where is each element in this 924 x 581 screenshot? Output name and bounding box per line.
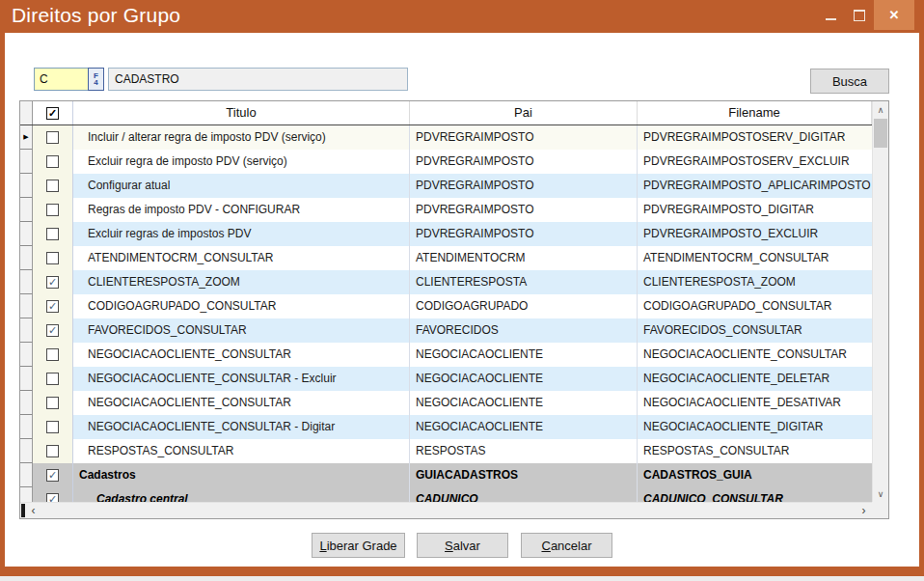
row-checkbox-cell[interactable] — [33, 343, 73, 367]
horizontal-scrollbar-thumb[interactable] — [21, 504, 25, 517]
window-controls: ✕ — [816, 0, 914, 30]
row-checkbox-cell[interactable] — [33, 391, 73, 415]
close-icon: ✕ — [889, 9, 900, 21]
cancelar-button[interactable]: Cancelar — [521, 533, 612, 558]
cell-filename: FAVORECIDOS_CONSULTAR — [638, 318, 872, 343]
row-indicator-cell — [20, 174, 33, 198]
rights-grid: Titulo Pai Filename Incluir / alterar re… — [19, 100, 889, 519]
salvar-button[interactable]: Salvar — [417, 533, 508, 558]
row-main: Incluir / alterar regra de imposto PDV (… — [33, 125, 872, 150]
row-checkbox[interactable] — [46, 228, 59, 240]
table-row[interactable]: Excluir regras de impostos PDV PDVREGRAI… — [20, 222, 872, 246]
row-checkbox-cell[interactable] — [33, 415, 73, 439]
row-checkbox-cell[interactable] — [33, 174, 73, 198]
cell-titulo: CODIGOAGRUPADO_CONSULTAR — [73, 294, 410, 318]
row-checkbox-cell[interactable] — [33, 222, 73, 246]
row-checkbox-cell[interactable] — [33, 463, 73, 487]
cell-titulo: CLIENTERESPOSTA_ZOOM — [73, 270, 410, 294]
scroll-right-arrow-icon[interactable] — [856, 503, 871, 518]
table-row[interactable]: Cadastros GUIACADASTROS CADASTROS_GUIA — [20, 463, 872, 487]
horizontal-scrollbar[interactable] — [20, 502, 872, 518]
table-row[interactable]: NEGOCIACAOCLIENTE_CONSULTAR NEGOCIACAOCL… — [20, 343, 872, 367]
cell-titulo: NEGOCIACAOCLIENTE_CONSULTAR - Digitar — [73, 415, 410, 439]
row-checkbox-cell[interactable] — [33, 270, 73, 294]
row-checkbox-cell[interactable] — [33, 294, 73, 318]
row-checkbox-cell[interactable] — [33, 125, 73, 150]
app-window: Direitos por Grupo ✕ F 4 Busc — [0, 0, 924, 576]
scroll-left-arrow-icon[interactable] — [26, 503, 41, 518]
row-checkbox[interactable] — [46, 204, 59, 216]
cell-pai: NEGOCIACAOCLIENTE — [410, 415, 638, 439]
row-indicator-cell — [20, 294, 33, 318]
cell-pai: ATENDIMENTOCRM — [410, 246, 638, 270]
column-header-filename[interactable]: Filename — [638, 101, 872, 124]
vertical-scrollbar-thumb[interactable] — [874, 119, 887, 148]
table-row[interactable]: RESPOSTAS_CONSULTAR RESPOSTAS RESPOSTAS_… — [20, 439, 872, 463]
row-checkbox-cell[interactable] — [33, 246, 73, 270]
table-row[interactable]: Excluir regra de imposto PDV (serviço) P… — [20, 150, 872, 174]
row-checkbox[interactable] — [46, 252, 59, 264]
row-checkbox-cell[interactable] — [33, 487, 73, 502]
column-header-pai[interactable]: Pai — [410, 101, 638, 124]
f4-lookup-button[interactable]: F 4 — [88, 68, 104, 91]
select-all-checkbox[interactable] — [46, 107, 59, 120]
scroll-down-arrow-icon[interactable] — [873, 485, 888, 502]
group-code-input[interactable] — [34, 68, 89, 91]
row-checkbox-cell[interactable] — [33, 439, 73, 463]
table-row[interactable]: Regras de imposto PDV - CONFIGURAR PDVRE… — [20, 198, 872, 222]
column-header-titulo[interactable]: Titulo — [73, 101, 410, 124]
cell-titulo: RESPOSTAS_CONSULTAR — [73, 439, 410, 463]
f4-label-bottom: 4 — [94, 79, 97, 87]
row-checkbox[interactable] — [46, 445, 59, 457]
table-row[interactable]: NEGOCIACAOCLIENTE_CONSULTAR - Excluir NE… — [20, 367, 872, 391]
cell-filename: PDVREGRAIMPOSTO_APLICARIMPOSTO — [638, 174, 872, 198]
row-checkbox[interactable] — [46, 180, 59, 192]
maximize-button[interactable] — [845, 0, 874, 30]
row-checkbox-cell[interactable] — [33, 318, 73, 343]
row-checkbox[interactable] — [46, 276, 59, 289]
row-main: Cadastros GUIACADASTROS CADASTROS_GUIA — [33, 463, 872, 487]
table-row[interactable]: NEGOCIACAOCLIENTE_CONSULTAR - Digitar NE… — [20, 415, 872, 439]
row-checkbox[interactable] — [46, 397, 59, 409]
row-checkbox[interactable] — [46, 300, 59, 313]
row-checkbox-cell[interactable] — [33, 367, 73, 391]
liberar-grade-button[interactable]: Liberar Grade — [312, 533, 405, 558]
row-checkbox[interactable] — [46, 348, 59, 361]
current-row-arrow-icon — [23, 133, 28, 141]
row-checkbox[interactable] — [46, 324, 59, 337]
cell-pai: PDVREGRAIMPOSTO — [410, 174, 638, 198]
close-button[interactable]: ✕ — [874, 0, 914, 30]
table-row[interactable]: Cadastro central CADUNICO CADUNICO_CONSU… — [20, 487, 872, 502]
scroll-up-arrow-icon[interactable] — [873, 101, 888, 118]
row-checkbox[interactable] — [46, 469, 59, 482]
row-checkbox[interactable] — [46, 155, 59, 168]
table-row[interactable]: FAVORECIDOS_CONSULTAR FAVORECIDOS FAVORE… — [20, 318, 872, 343]
table-row[interactable]: Configurar atual PDVREGRAIMPOSTO PDVREGR… — [20, 174, 872, 198]
vertical-scrollbar[interactable] — [872, 101, 888, 502]
cell-titulo: NEGOCIACAOCLIENTE_CONSULTAR — [73, 391, 410, 415]
cell-pai: NEGOCIACAOCLIENTE — [410, 343, 638, 367]
cell-filename: NEGOCIACAOCLIENTE_DESATIVAR — [638, 391, 872, 415]
maximize-icon — [854, 10, 865, 21]
busca-button[interactable]: Busca — [810, 69, 889, 94]
cell-titulo: Incluir / alterar regra de imposto PDV (… — [73, 125, 410, 150]
row-indicator-cell — [20, 150, 33, 174]
cell-pai: RESPOSTAS — [410, 439, 638, 463]
table-row[interactable]: CLIENTERESPOSTA_ZOOM CLIENTERESPOSTA CLI… — [20, 270, 872, 294]
header-checkbox-cell[interactable] — [33, 101, 73, 124]
row-checkbox[interactable] — [46, 131, 59, 144]
row-checkbox-cell[interactable] — [33, 198, 73, 222]
row-checkbox[interactable] — [46, 421, 59, 433]
table-row[interactable]: CODIGOAGRUPADO_CONSULTAR CODIGOAGRUPADO … — [20, 294, 872, 318]
row-main: FAVORECIDOS_CONSULTAR FAVORECIDOS FAVORE… — [33, 318, 872, 343]
cell-filename: NEGOCIACAOCLIENTE_DIGITAR — [638, 415, 872, 439]
row-checkbox[interactable] — [46, 373, 59, 385]
row-checkbox[interactable] — [46, 493, 59, 502]
table-row[interactable]: ATENDIMENTOCRM_CONSULTAR ATENDIMENTOCRM … — [20, 246, 872, 270]
table-row[interactable]: Incluir / alterar regra de imposto PDV (… — [20, 125, 872, 150]
table-row[interactable]: NEGOCIACAOCLIENTE_CONSULTAR NEGOCIACAOCL… — [20, 391, 872, 415]
group-name-field[interactable] — [108, 68, 408, 91]
cell-filename: NEGOCIACAOCLIENTE_CONSULTAR — [638, 343, 872, 367]
row-checkbox-cell[interactable] — [33, 150, 73, 174]
minimize-button[interactable] — [816, 0, 845, 30]
